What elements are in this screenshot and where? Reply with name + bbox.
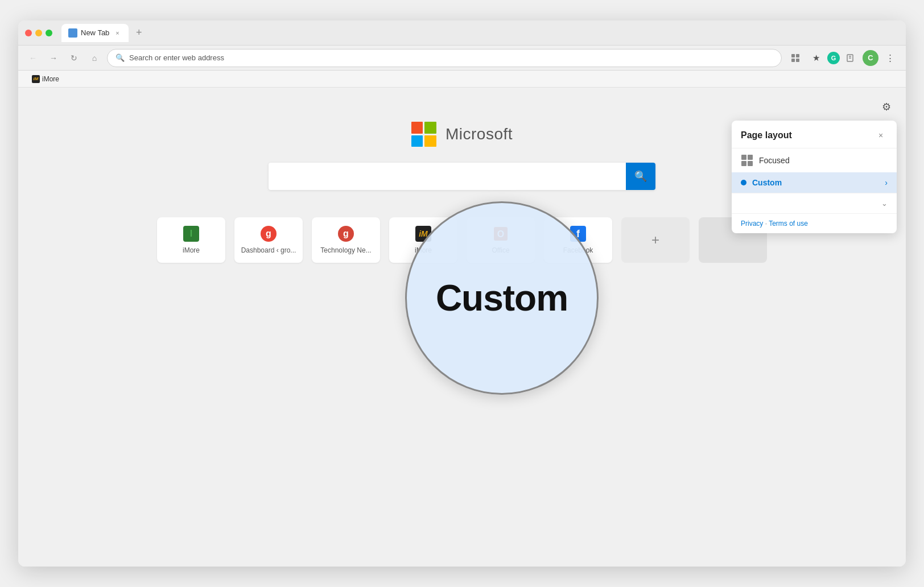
custom-chevron-right: ›: [885, 178, 888, 187]
popup-close-btn[interactable]: ×: [874, 129, 888, 142]
qa-tile-technology-label: Technology Ne...: [320, 246, 371, 254]
popup-header: Page layout ×: [732, 121, 897, 148]
qa-tile-imore[interactable]: I iMore: [157, 217, 225, 263]
content-area: ⚙ Microsoft 🔍 I iMore: [18, 88, 906, 567]
back-btn[interactable]: ←: [25, 50, 41, 66]
privacy-link[interactable]: Privacy: [741, 220, 763, 228]
traffic-lights: [25, 30, 52, 36]
imore-bookmark-favicon: iM: [32, 75, 40, 83]
dashboard-tile-icon: g: [261, 226, 277, 242]
focused-label: Focused: [759, 156, 790, 165]
qa-tile-facebook-label: Facebook: [563, 246, 593, 254]
close-window-btn[interactable]: [25, 30, 32, 36]
svg-rect-5: [796, 54, 799, 57]
browser-window: New Tab × + ← → ↻ ⌂ 🔍 Search or enter we…: [18, 20, 906, 567]
microsoft-logo: [411, 122, 436, 147]
qa-tile-technology[interactable]: g Technology Ne...: [312, 217, 380, 263]
search-icon: 🔍: [116, 53, 125, 62]
tab-favicon: [68, 28, 77, 38]
nav-bar: ← → ↻ ⌂ 🔍 Search or enter web address ★ …: [18, 46, 906, 71]
profile-avatar[interactable]: C: [863, 50, 878, 66]
bookmark-imore[interactable]: iM iMore: [27, 73, 64, 85]
customize-page-btn[interactable]: ⚙: [876, 97, 897, 117]
address-bar[interactable]: 🔍 Search or enter web address: [107, 49, 782, 67]
active-tab[interactable]: New Tab ×: [61, 24, 129, 42]
extensions-btn[interactable]: [786, 49, 805, 67]
qa-tile-add[interactable]: +: [621, 217, 690, 263]
address-text: Search or enter web address: [129, 53, 773, 62]
page-layout-popup: Page layout × Focused: [732, 121, 897, 233]
svg-rect-1: [73, 30, 76, 32]
microsoft-label: Microsoft: [446, 125, 513, 143]
qa-tile-dashboard[interactable]: g Dashboard ‹ gro...: [234, 217, 303, 263]
terms-link[interactable]: Terms of use: [769, 220, 808, 228]
svg-text:O: O: [497, 229, 504, 239]
layout-option-focused[interactable]: Focused: [732, 148, 897, 172]
qa-tile-imore-label: iMore: [183, 246, 200, 254]
ms-logo-red: [411, 122, 423, 134]
ms-branding: Microsoft: [411, 122, 513, 147]
svg-rect-6: [791, 59, 795, 62]
title-bar: New Tab × +: [18, 20, 906, 46]
qa-tile-office-label: Office: [492, 246, 509, 254]
bookmark-imore-label: iMore: [42, 75, 59, 83]
custom-option-left: Custom: [741, 178, 782, 187]
new-tab-btn[interactable]: +: [131, 25, 147, 41]
popup-section-toggle[interactable]: ⌄: [732, 193, 897, 213]
magnifier-text: Custom: [436, 277, 568, 319]
layout-option-custom[interactable]: Custom ›: [732, 172, 897, 193]
technology-tile-icon: g: [338, 226, 354, 242]
popup-title: Page layout: [741, 130, 792, 140]
reload-btn[interactable]: ↻: [66, 50, 82, 66]
grammarly-extension-icon[interactable]: G: [827, 52, 840, 64]
qa-tile-dashboard-label: Dashboard ‹ gro...: [241, 246, 296, 254]
minimize-window-btn[interactable]: [35, 30, 42, 36]
tab-bar: New Tab × +: [61, 24, 899, 42]
qa-tile-imore2[interactable]: iM iMore: [389, 217, 457, 263]
bookmarks-bar: iM iMore: [18, 71, 906, 88]
custom-label: Custom: [752, 178, 782, 187]
ms-logo-green: [424, 122, 436, 134]
search-button[interactable]: 🔍: [626, 163, 655, 190]
qa-tile-imore2-label: iMore: [415, 246, 432, 254]
focused-layout-icon: [741, 154, 753, 167]
search-bar[interactable]: 🔍: [269, 163, 655, 190]
nav-right-icons: ★ G C ⋮: [786, 49, 899, 67]
maximize-window-btn[interactable]: [46, 30, 52, 36]
svg-rect-4: [791, 54, 795, 57]
settings-menu-btn[interactable]: ⋮: [881, 49, 899, 67]
ms-logo-blue: [411, 135, 423, 147]
tab-close-btn[interactable]: ×: [113, 28, 122, 38]
imore-tile-icon: I: [183, 226, 199, 242]
qa-tile-office[interactable]: O Office: [467, 217, 535, 263]
office-tile-icon: O: [493, 226, 509, 242]
facebook-tile-icon: f: [570, 226, 586, 242]
favorites-btn[interactable]: ★: [807, 49, 825, 67]
popup-footer: Privacy · Terms of use: [732, 213, 897, 233]
popup-chevron-down: ⌄: [881, 199, 888, 208]
home-btn[interactable]: ⌂: [86, 50, 102, 66]
qa-tile-facebook[interactable]: f Facebook: [544, 217, 612, 263]
svg-rect-3: [73, 34, 76, 36]
svg-rect-0: [69, 30, 72, 32]
collections-btn[interactable]: [842, 49, 860, 67]
ms-logo-yellow: [424, 135, 436, 147]
custom-selected-dot: [741, 180, 746, 185]
svg-rect-7: [796, 59, 799, 62]
imore2-tile-icon: iM: [415, 226, 431, 242]
quick-access-tiles: I iMore g Dashboard ‹ gro... g Technolog…: [157, 217, 767, 263]
svg-rect-2: [69, 34, 72, 36]
tab-label: New Tab: [81, 28, 109, 37]
search-input[interactable]: [269, 163, 626, 190]
forward-btn[interactable]: →: [46, 50, 61, 66]
